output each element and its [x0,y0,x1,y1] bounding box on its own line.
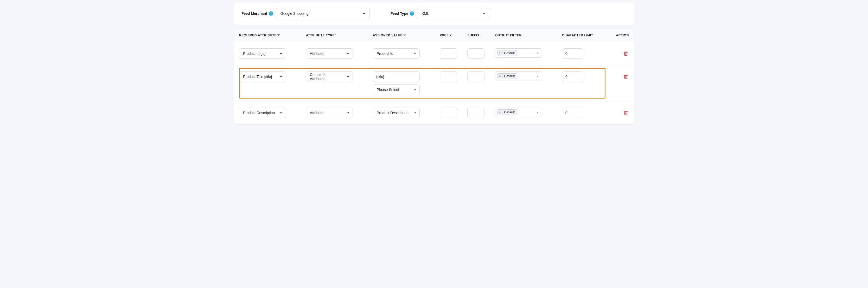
char-limit-input-wrapper [562,108,583,118]
filter-tag: × Default [497,109,517,115]
feed-config-panel: Feed Merchant ? Google Shopping Feed Typ… [234,3,634,25]
feed-merchant-select[interactable]: Google Shopping [276,8,370,19]
required-attribute-value: Product Id [id] [243,51,266,56]
feed-merchant-label: Feed Merchant ? [242,11,273,15]
remove-tag-icon[interactable]: × [499,51,502,55]
suffix-input-wrapper [467,71,485,82]
chevron-down-icon [279,111,283,114]
suffix-input-wrapper [467,108,485,118]
required-attribute-select[interactable]: Product Id [id] [239,48,286,59]
header-required-attributes: REQUIRED ATTRIBUTES* [239,34,306,37]
chevron-down-icon [346,52,349,55]
delete-row-button[interactable] [623,74,629,80]
table-row: Product Title [title] Combined Attribute… [234,65,634,101]
chevron-down-icon [362,12,366,15]
prefix-input-wrapper [440,108,457,118]
suffix-input-wrapper [467,48,485,59]
filter-tag: × Default [497,50,517,56]
chevron-down-icon [413,88,416,91]
output-filter-select[interactable]: × Default [495,71,542,81]
chevron-down-icon [346,75,349,78]
suffix-input[interactable] [471,75,481,79]
prefix-input[interactable] [443,111,454,115]
required-attribute-value: Product Title [title] [243,75,272,79]
chevron-down-icon [413,111,416,114]
feed-type-value: XML [422,11,429,15]
assigned-values-extra-value: Please Select [377,87,399,92]
remove-tag-icon[interactable]: × [499,74,502,78]
header-attribute-type: ATTRIBUTE TYPE* [306,34,373,37]
feed-merchant-value: Google Shopping [280,11,309,15]
assigned-values-select[interactable]: Product Description [373,108,420,118]
feed-type-label: Feed Type ? [391,11,414,15]
chevron-down-icon [279,52,283,55]
attribute-type-value: Attribute [310,51,323,56]
assigned-values-value: Product Id [377,51,394,56]
assigned-values-value: Product Description [377,111,408,115]
trash-icon [623,74,628,79]
attribute-type-select[interactable]: Attribute [306,108,353,118]
chevron-down-icon [536,52,539,55]
assigned-values-text-wrapper [373,71,420,82]
header-prefix: PREFIX [440,34,468,37]
suffix-input[interactable] [471,51,481,56]
feed-type-label-text: Feed Type [391,11,408,15]
char-limit-input-wrapper [562,71,583,82]
header-action: ACTION [608,34,629,37]
svg-marker-2 [537,112,538,113]
chevron-down-icon [346,111,349,114]
table-header: REQUIRED ATTRIBUTES* ATTRIBUTE TYPE* ASS… [234,29,634,42]
prefix-input-wrapper [440,48,457,59]
header-output-filter: OUTPUT FILTER [495,34,562,37]
required-attribute-value: Product Description [description] [243,111,275,115]
svg-marker-1 [537,76,538,77]
chevron-down-icon [279,75,283,78]
filter-tag-label: Default [504,74,515,78]
delete-row-button[interactable] [623,50,629,57]
attribute-type-value: Combined Attributes [310,73,342,81]
help-icon[interactable]: ? [410,11,414,15]
chevron-down-icon [536,75,539,78]
assigned-values-extra-select[interactable]: Please Select [373,84,420,95]
header-assigned-values: ASSIGNED VALUES* [373,34,440,37]
required-attribute-select[interactable]: Product Description [description] [239,108,286,118]
output-filter-select[interactable]: × Default [495,48,542,58]
svg-marker-0 [537,52,538,53]
prefix-input[interactable] [443,51,454,56]
feed-merchant-field: Feed Merchant ? Google Shopping [242,8,370,19]
output-filter-select[interactable]: × Default [495,108,542,117]
required-attribute-select[interactable]: Product Title [title] [239,71,286,82]
table-row: Product Id [id] Attribute Product Id [234,42,634,65]
attribute-type-select[interactable]: Combined Attributes [306,71,353,82]
attribute-type-select[interactable]: Attribute [306,48,353,59]
character-limit-input[interactable] [565,111,580,115]
chevron-down-icon [536,111,539,114]
suffix-input[interactable] [471,111,481,115]
trash-icon [623,110,628,115]
filter-tag-label: Default [504,110,515,114]
attributes-table: REQUIRED ATTRIBUTES* ATTRIBUTE TYPE* ASS… [234,29,634,124]
assigned-values-select[interactable]: Product Id [373,48,420,59]
trash-icon [623,51,628,56]
filter-tag: × Default [497,73,517,79]
chevron-down-icon [483,12,486,15]
feed-merchant-label-text: Feed Merchant [242,11,267,15]
attribute-type-value: Attribute [310,111,323,115]
header-suffix: SUFFIX [467,34,495,37]
header-character-limit: CHARACTER LIMIT [562,34,608,37]
feed-type-select[interactable]: XML [417,8,490,19]
filter-tag-label: Default [504,51,515,55]
delete-row-button[interactable] [623,110,629,116]
prefix-input-wrapper [440,71,457,82]
remove-tag-icon[interactable]: × [499,110,502,114]
help-icon[interactable]: ? [269,11,273,15]
prefix-input[interactable] [443,75,454,79]
character-limit-input[interactable] [565,51,580,56]
assigned-values-text-input[interactable] [376,75,416,79]
table-row: Product Description [description] Attrib… [234,101,634,124]
character-limit-input[interactable] [565,75,580,79]
char-limit-input-wrapper [562,48,583,59]
feed-type-field: Feed Type ? XML [391,8,490,19]
chevron-down-icon [413,52,416,55]
